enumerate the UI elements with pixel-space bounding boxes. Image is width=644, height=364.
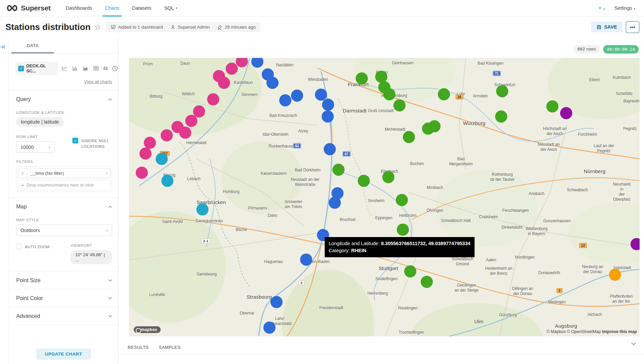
station-point-green[interactable] [422,123,434,135]
section-header[interactable]: Point Color [16,295,112,301]
station-point-green[interactable] [383,88,395,100]
mapbox-logo[interactable]: mapbox [134,326,161,333]
new-item-button[interactable]: +▾ [598,5,605,12]
station-point-green[interactable] [382,171,394,183]
station-point-blue[interactable] [270,296,283,308]
nav-item-dashboards[interactable]: Dashboards [59,0,98,16]
viz-type-chip[interactable]: ✓ DECK.GL SC... [15,62,58,75]
tab-data[interactable]: DATA [11,38,54,53]
auto-zoom-checkbox[interactable] [16,243,22,249]
station-point-pink[interactable] [226,63,238,75]
map-style-select[interactable]: Outdoors ∨ [16,225,112,236]
station-point-green[interactable] [356,72,368,85]
results-panel: RESULTSSAMPLES [119,336,644,364]
station-point-green[interactable] [332,164,345,176]
station-point-blue[interactable] [291,90,303,102]
station-point-green[interactable] [393,99,406,111]
filters-dropzone[interactable]: + Drop columns/metrics here or click [18,180,110,190]
remove-filter-icon[interactable]: × [18,168,27,178]
section-query[interactable]: Query [16,96,112,102]
section-map[interactable]: Map [16,204,112,210]
table-icon[interactable] [93,65,99,71]
ignore-null-checkbox[interactable]: ✓ [72,138,78,143]
settings-menu[interactable]: Settings▾ [614,5,635,11]
section-point-size[interactable]: Point Size [9,277,118,284]
collapse-results-icon[interactable] [631,342,636,345]
meta-dashboard[interactable]: Added to 1 dashboard [110,25,163,30]
deckgl-map[interactable]: FrankfurtDarmstadtWürzburgNürnbergStrasb… [129,58,640,336]
viz-4k-option[interactable]: 4k [103,66,108,71]
viewport-value-pill[interactable]: 10° 24' 49.86" | ... [70,250,112,264]
mapbox-attribution-link[interactable]: © Mapbox [546,329,566,334]
nav-item-datasets[interactable]: Datasets [126,0,158,16]
nav-item-charts[interactable]: Charts [98,0,126,16]
station-point-blue[interactable] [322,99,334,111]
station-point-orange[interactable] [609,269,621,281]
results-tab-samples[interactable]: SAMPLES [159,345,181,350]
divider [9,289,118,289]
station-point-green[interactable] [546,100,558,112]
collapse-panel-icon[interactable] [0,44,8,49]
bar-chart-icon[interactable] [72,65,78,71]
improve-map-link[interactable]: Improve this map [602,329,637,334]
station-point-green[interactable] [496,85,508,97]
station-point-green[interactable] [358,175,370,187]
section-point-color[interactable]: Point Color [9,295,118,301]
station-point-pink[interactable] [207,93,219,105]
station-point-pink[interactable] [171,121,184,133]
meta-user[interactable]: Superset Admin [170,25,210,30]
meta-pencil[interactable]: 29 minutes ago [217,25,256,30]
nav-item-sql[interactable]: SQL▾ [158,0,184,16]
save-button[interactable]: SAVE [591,22,622,32]
station-point-cyan[interactable] [196,203,208,216]
station-point-blue[interactable] [266,77,279,89]
results-tab-results[interactable]: RESULTS [128,345,149,350]
station-point-cyan[interactable] [161,175,173,187]
station-point-pink[interactable] [139,147,152,160]
row-limit-label: ROW LIMIT [16,135,72,139]
viewport-label: VIEWPORT [70,243,112,247]
chevron-right-icon: › [106,170,110,176]
section-advanced[interactable]: Advanced [9,313,118,319]
superset-brand[interactable]: Superset [6,4,51,12]
pencil-icon [217,25,222,30]
station-point-green[interactable] [396,194,408,206]
station-point-blue[interactable] [324,143,336,155]
station-point-green[interactable] [421,276,433,288]
more-options-button[interactable]: ••• [626,21,639,33]
filter-item-time[interactable]: × __time (No filter) › [18,168,110,178]
station-point-green[interactable] [403,131,415,143]
station-point-green[interactable] [404,265,416,277]
osm-attribution-link[interactable]: © OpenStreetMap [567,329,601,334]
station-point-pink[interactable] [218,77,230,89]
meta-label: Added to 1 dashboard [118,25,163,30]
main-nav: DashboardsChartsDatasetsSQL▾ [59,0,184,16]
station-point-pink[interactable] [161,129,173,141]
station-point-green[interactable] [495,110,507,123]
station-point-cyan[interactable] [156,153,168,165]
chevron-down-icon: ▾ [634,7,635,10]
station-point-green[interactable] [438,88,450,100]
station-point-blue[interactable] [300,254,312,266]
station-point-purple[interactable] [560,107,572,119]
station-point-blue[interactable] [263,322,276,334]
station-point-pink[interactable] [136,167,148,179]
road-shield: 2 [556,288,562,293]
lonlat-value-pill[interactable]: longitude | latitude [16,117,64,127]
station-point-blue[interactable] [279,94,291,106]
favorite-star-icon[interactable] [95,24,101,30]
area-chart-icon[interactable] [82,65,89,71]
pie-chart-icon[interactable] [112,65,118,72]
station-point-pink[interactable] [185,115,197,127]
station-point-blue[interactable] [329,197,341,209]
station-point-green[interactable] [397,224,409,236]
row-limit-select[interactable]: 10000 ∨ [16,141,55,153]
section-header[interactable]: Advanced [16,313,112,319]
section-header[interactable]: Point Size [16,277,112,284]
road-shield: 71 [493,71,501,76]
update-chart-button[interactable]: UPDATE CHART [36,349,91,360]
line-chart-icon[interactable] [61,65,68,71]
map-attribution: © Mapbox © OpenStreetMap Improve this ma… [546,329,637,334]
view-all-charts-link[interactable]: View all charts [84,79,112,84]
station-point-blue[interactable] [322,110,334,123]
